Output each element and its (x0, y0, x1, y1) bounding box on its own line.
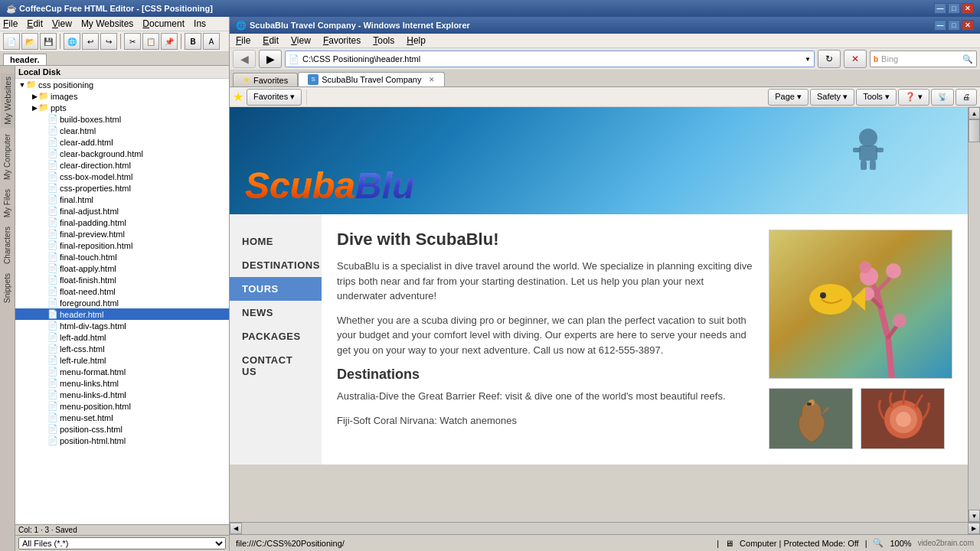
tree-item-position-css[interactable]: 📄position-css.html (15, 423, 229, 435)
save-button[interactable]: 💾 (40, 33, 57, 50)
vscroll-track[interactable] (969, 119, 980, 510)
browser-menu-view[interactable]: View (291, 35, 311, 46)
nav-packages[interactable]: PACKAGES (230, 324, 322, 348)
tree-item-left-add[interactable]: 📄left-add.html (15, 331, 229, 343)
browser-tab-bar: ★ Favorites S ScubaBlu Travel Company ✕ (230, 70, 980, 87)
menu-file[interactable]: File (3, 18, 18, 29)
favorites-button[interactable]: Favorites ▾ (247, 89, 302, 106)
browser-minimize-button[interactable]: — (934, 20, 946, 31)
menu-document[interactable]: Document (142, 18, 185, 29)
tree-item-final-touch[interactable]: 📄final-touch.html (15, 251, 229, 262)
tree-item-menu-links[interactable]: 📄menu-links.html (15, 377, 229, 389)
tree-item-float-finish[interactable]: 📄float-finish.html (15, 274, 229, 285)
back-button[interactable]: ◀ (233, 50, 256, 68)
tree-item-float-need[interactable]: 📄float-need.html (15, 285, 229, 297)
tree-item-build-boxes[interactable]: 📄build-boxes.html (15, 113, 229, 125)
bold-button[interactable]: B (185, 33, 201, 50)
sidebar-label-characters[interactable]: Characters (2, 223, 13, 267)
nav-contact[interactable]: CONTACT US (230, 348, 322, 383)
sidebar-label-mywebsites[interactable]: My Websites (1, 73, 15, 128)
tree-item-foreground[interactable]: 📄foreground.html (15, 297, 229, 308)
minimize-button[interactable]: — (934, 3, 946, 14)
hscroll-right-button[interactable]: ▶ (968, 523, 980, 534)
tree-item-clear-dir[interactable]: 📄clear-direction.html (15, 159, 229, 171)
vscroll-down-button[interactable]: ▼ (969, 510, 980, 522)
tree-item-menu-set[interactable]: 📄menu-set.html (15, 412, 229, 423)
tab-scubablu[interactable]: S ScubaBlu Travel Company ✕ (298, 72, 445, 86)
tree-item-css-box[interactable]: 📄css-box-model.html (15, 171, 229, 182)
tree-item-root[interactable]: ▼ 📁 css positioning (15, 79, 229, 90)
preview-button[interactable]: 🌐 (64, 33, 80, 50)
address-bar[interactable]: 📄 C:\CSS Positioning\header.html ▼ (285, 51, 815, 67)
new-button[interactable]: 📄 (3, 33, 20, 50)
tree-item-menu-pos[interactable]: 📄menu-position.html (15, 400, 229, 412)
undo-button[interactable]: ↩ (82, 33, 99, 50)
tree-item-clear-add[interactable]: 📄clear-add.html (15, 136, 229, 148)
redo-button[interactable]: ↪ (100, 33, 117, 50)
sidebar-label-snippets[interactable]: Snippets (2, 270, 13, 306)
rss-button[interactable]: 📡 (931, 89, 954, 106)
maximize-button[interactable]: □ (948, 3, 960, 14)
menu-mywebsites[interactable]: My Websites (81, 18, 133, 29)
nav-news[interactable]: NEWS (230, 301, 322, 324)
stop-button[interactable]: ✕ (844, 50, 867, 68)
vscroll-up-button[interactable]: ▲ (969, 107, 980, 119)
tree-item-clear-bg[interactable]: 📄clear-background.html (15, 148, 229, 159)
tree-item-clear[interactable]: 📄clear.html (15, 125, 229, 136)
browser-maximize-button[interactable]: □ (948, 20, 960, 31)
paste-button[interactable]: 📌 (161, 33, 178, 50)
search-box[interactable]: b Bing 🔍 (870, 51, 977, 67)
hscroll-track[interactable] (242, 523, 968, 534)
tools-button[interactable]: Tools ▾ (856, 89, 897, 106)
browser-menu-file[interactable]: File (236, 35, 250, 46)
tree-item-final-pad[interactable]: 📄final-padding.html (15, 217, 229, 228)
print-button[interactable]: 🖨 (956, 89, 977, 106)
tree-item-menu-links-d[interactable]: 📄menu-links-d.html (15, 389, 229, 400)
sidebar-label-mycomputer[interactable]: My Computer (2, 131, 13, 183)
cut-button[interactable]: ✂ (124, 33, 141, 50)
tree-item-position-html[interactable]: 📄position-html.html (15, 435, 229, 446)
browser-menu-favorites[interactable]: Favorites (323, 35, 361, 46)
tree-item-left-rule[interactable]: 📄left-rule.html (15, 354, 229, 366)
nav-destinations[interactable]: DESTINATIONS (230, 253, 322, 277)
tab-favorites[interactable]: ★ Favorites (233, 73, 298, 86)
text-button[interactable]: A (203, 33, 220, 50)
menu-ins[interactable]: Ins (194, 18, 206, 29)
tree-item-float-apply[interactable]: 📄float-apply.html (15, 262, 229, 274)
menu-edit[interactable]: Edit (27, 18, 43, 29)
tree-item-final-adj[interactable]: 📄final-adjust.html (15, 205, 229, 217)
hscroll-left-button[interactable]: ◀ (230, 523, 242, 534)
tree-item-images[interactable]: ▶ 📁 images (15, 90, 229, 102)
tree-item-final[interactable]: 📄final.html (15, 194, 229, 205)
close-button[interactable]: ✕ (962, 3, 974, 14)
tree-item-menu-format[interactable]: 📄menu-format.html (15, 366, 229, 377)
browser-menu-help[interactable]: Help (407, 35, 426, 46)
sidebar-label-myfiles[interactable]: My Files (2, 186, 13, 220)
address-dropdown-icon[interactable]: ▼ (805, 56, 811, 63)
help-button[interactable]: ❓ ▾ (898, 89, 929, 106)
go-refresh-button[interactable]: ↻ (818, 50, 841, 68)
tree-item-header[interactable]: 📄header.html (15, 308, 229, 320)
tree-item-ppts[interactable]: ▶ 📁 ppts (15, 102, 229, 113)
open-button[interactable]: 📂 (21, 33, 38, 50)
nav-tours[interactable]: TOURS (230, 277, 322, 301)
tree-item-final-prev[interactable]: 📄final-preview.html (15, 228, 229, 240)
vscroll-thumb[interactable] (969, 119, 980, 142)
tree-item-css-prop[interactable]: 📄css-properties.html (15, 182, 229, 194)
file-filter-select[interactable]: All Files (*.*) (18, 537, 226, 549)
page-button[interactable]: Page ▾ (768, 89, 808, 106)
tree-item-html-div[interactable]: 📄html-div-tags.html (15, 320, 229, 331)
nav-home[interactable]: HOME (230, 230, 322, 253)
tree-item-left-css[interactable]: 📄left-css.html (15, 343, 229, 354)
copy-button[interactable]: 📋 (142, 33, 159, 50)
forward-button[interactable]: ▶ (259, 50, 282, 68)
browser-close-button[interactable]: ✕ (962, 20, 974, 31)
editor-tab-header[interactable]: header. (3, 54, 47, 65)
browser-menu-tools[interactable]: Tools (373, 35, 394, 46)
safety-button[interactable]: Safety ▾ (810, 89, 854, 106)
browser-menu-edit[interactable]: Edit (263, 35, 279, 46)
menu-view[interactable]: View (52, 18, 72, 29)
search-icon[interactable]: 🔍 (962, 54, 973, 64)
tree-item-final-rep[interactable]: 📄final-reposition.html (15, 240, 229, 251)
tab-close-icon[interactable]: ✕ (429, 76, 435, 83)
